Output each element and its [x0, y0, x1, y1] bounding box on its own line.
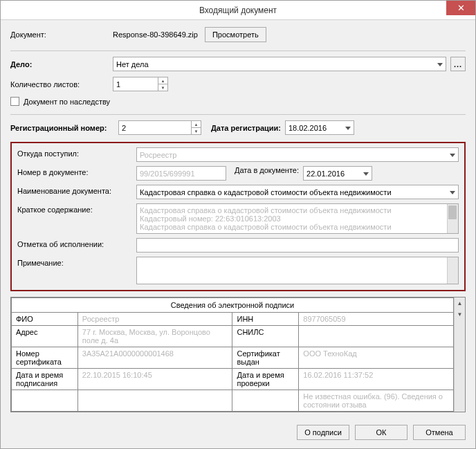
sheets-spinner[interactable]: 1 ▲▼	[113, 77, 168, 91]
exec-input[interactable]	[136, 238, 459, 253]
docname-select[interactable]: Кадастровая справка о кадастровой стоимо…	[136, 185, 459, 199]
reg-date-input[interactable]: 18.02.2016	[285, 120, 354, 135]
document-label: Документ:	[10, 30, 113, 39]
content-area: Документ: Response-80-398649.zip Просмот…	[1, 20, 475, 418]
exec-label: Отметка об исполнении:	[17, 238, 136, 248]
scroll-up-icon[interactable]: ▲	[455, 297, 465, 309]
window-title: Входящий документ	[1, 6, 475, 15]
close-icon[interactable]: ✕	[446, 1, 475, 15]
signature-title: Сведения об электронной подписи	[12, 298, 454, 313]
about-signature-button[interactable]: О подписи	[297, 425, 349, 440]
spinner-buttons[interactable]: ▲▼	[158, 77, 167, 91]
summary-label: Краткое содержание:	[17, 203, 136, 214]
view-button[interactable]: Просмотреть	[205, 27, 266, 42]
dialog-footer: О подписи ОК Отмена	[1, 418, 475, 448]
docnum-input[interactable]: 99/2015/699991	[136, 166, 226, 181]
reg-date-label: Дата регистрации:	[211, 124, 281, 132]
sheets-label: Количество листов:	[10, 80, 113, 89]
case-browse-button[interactable]: ...	[450, 57, 466, 71]
note-label: Примечание:	[17, 257, 136, 267]
table-row: Адрес 77 г. Москва, Москва, ул. Воронцов…	[12, 326, 454, 347]
inheritance-checkbox[interactable]	[10, 97, 19, 106]
cancel-button[interactable]: Отмена	[413, 425, 466, 440]
dialog-window: Входящий документ ✕ Документ: Response-8…	[0, 0, 476, 449]
docdate-input[interactable]: 22.01.2016	[303, 166, 372, 181]
case-label: Дело:	[10, 60, 113, 68]
table-row: Номер сертификата 3A35A21A0000000001468 …	[12, 347, 454, 369]
ok-button[interactable]: ОК	[355, 425, 408, 440]
summary-textarea[interactable]: Кадастровая справка о кадастровой стоимо…	[136, 203, 459, 234]
titlebar: Входящий документ ✕	[1, 1, 475, 20]
note-textarea[interactable]	[136, 257, 459, 284]
docname-label: Наименование документа:	[17, 185, 136, 195]
signature-table-wrap: Сведения об электронной подписи ФИО Роср…	[10, 297, 466, 412]
scroll-down-icon[interactable]: ▼	[455, 309, 465, 320]
details-panel: Откуда поступил: Росреестр Номер в докум…	[10, 142, 466, 291]
from-label: Откуда поступил:	[17, 147, 136, 158]
inheritance-label: Документ по наследству	[24, 98, 110, 106]
table-scrollbar[interactable]: ▲ ▼	[454, 297, 465, 412]
document-filename: Response-80-398649.zip	[113, 30, 198, 39]
reg-num-label: Регистрационный номер:	[10, 124, 118, 132]
table-row: ФИО Росреестр ИНН 8977065059	[12, 313, 454, 326]
docdate-label: Дата в документе:	[235, 166, 299, 174]
spinner-buttons[interactable]: ▲▼	[191, 121, 201, 134]
from-select[interactable]: Росреестр	[136, 147, 459, 162]
signature-table: Сведения об электронной подписи ФИО Роср…	[11, 297, 454, 412]
scrollbar[interactable]	[447, 204, 458, 233]
table-row: Не известная ошибка. (96). Сведения о со…	[12, 390, 454, 412]
case-select[interactable]: Нет дела	[113, 57, 446, 71]
docnum-label: Номер в документе:	[17, 166, 136, 176]
reg-num-spinner[interactable]: 2 ▲▼	[118, 120, 201, 135]
scrollbar[interactable]	[447, 257, 458, 284]
table-row: Дата и время подписания 22.10.2015 16:10…	[12, 369, 454, 390]
